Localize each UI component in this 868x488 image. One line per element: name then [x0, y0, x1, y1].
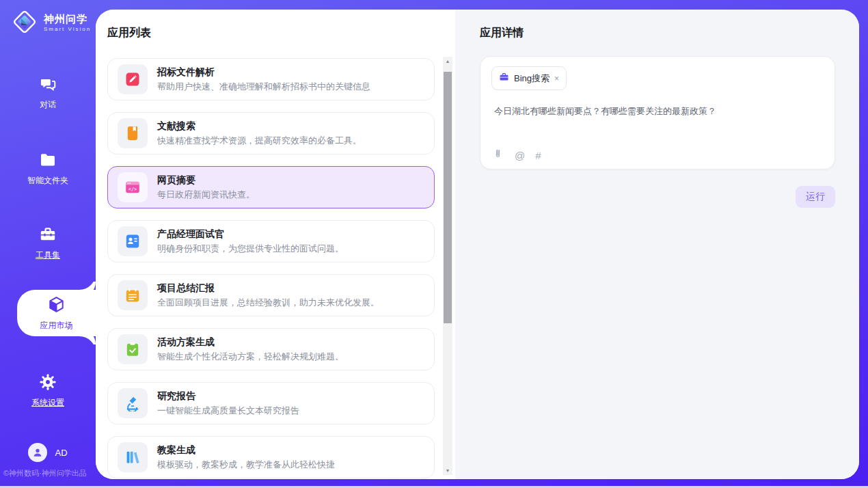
app-card-texts: 项目总结汇报全面回顾项目进展，总结经验教训，助力未来优化发展。 [157, 282, 379, 309]
app-name: 项目总结汇报 [157, 282, 379, 295]
interview-icon [118, 226, 148, 256]
app-card-texts: 活动方案生成智能生成个性化活动方案，轻松解决规划难题。 [157, 336, 344, 363]
sidebar-item-label: 对话 [40, 99, 56, 111]
app-description: 帮助用户快速、准确地理解和解析招标书中的关键信息 [157, 81, 370, 93]
app-name: 文献搜索 [157, 120, 362, 133]
tool-tag-bing[interactable]: Bing搜索 × [491, 66, 567, 90]
sidebar-item-2[interactable]: 智能文件夹 [0, 148, 96, 190]
paperclip-icon[interactable] [494, 148, 504, 162]
folder-icon [39, 151, 57, 172]
sidebar-item-label: 智能文件夹 [27, 175, 68, 187]
app-card-texts: 研究报告一键智能生成高质量长文本研究报告 [157, 390, 299, 417]
app-card-1[interactable]: 招标文件解析帮助用户快速、准确地理解和解析招标书中的关键信息 [107, 58, 435, 100]
web-code-icon: </> [118, 172, 148, 202]
sidebar-item-3[interactable]: 工具集 [0, 222, 96, 265]
app-card-7[interactable]: 研究报告一键智能生成高质量长文本研究报告 [107, 382, 435, 424]
app-list-title: 应用列表 [107, 26, 151, 40]
scrollbar-up-arrow[interactable]: ▲ [443, 57, 452, 66]
app-detail-panel: 应用详情 Bing搜索 × 今日湖北有哪些新闻要点？有哪些需要关注的最新政策？ … [455, 10, 859, 479]
app-card-2[interactable]: 文献搜索快速精准查找学术资源，提高研究效率的必备工具。 [107, 112, 435, 154]
sidebar-item-label: 应用市场 [40, 320, 73, 331]
app-card-texts: 网页摘要每日政府新闻资讯快查。 [157, 174, 255, 201]
chat-icon [39, 75, 57, 96]
scrollbar-down-arrow[interactable]: ▼ [443, 466, 452, 475]
run-button[interactable]: 运行 [796, 186, 835, 208]
app-card-texts: 招标文件解析帮助用户快速、准确地理解和解析招标书中的关键信息 [157, 66, 370, 93]
toolbox-icon [39, 226, 57, 246]
app-card-texts: 文献搜索快速精准查找学术资源，提高研究效率的必备工具。 [157, 120, 362, 147]
microscope-icon [118, 388, 148, 418]
app-name: 产品经理面试官 [157, 228, 344, 241]
prompt-input[interactable]: 今日湖北有哪些新闻要点？有哪些需要关注的最新政策？ [494, 105, 821, 118]
main-window: 应用列表 招标文件解析帮助用户快速、准确地理解和解析招标书中的关键信息文献搜索快… [96, 10, 859, 479]
app-card-texts: 教案生成模板驱动，教案秒成，教学准备从此轻松快捷 [157, 444, 335, 471]
app-card-3[interactable]: </>网页摘要每日政府新闻资讯快查。 [107, 166, 435, 208]
app-detail-title: 应用详情 [480, 26, 835, 40]
brand-name: 神州问学 [44, 14, 91, 25]
app-card-list: 招标文件解析帮助用户快速、准确地理解和解析招标书中的关键信息文献搜索快速精准查找… [107, 58, 435, 479]
hash-icon[interactable]: # [535, 150, 541, 161]
cube-icon [47, 295, 66, 316]
app-name: 招标文件解析 [157, 66, 370, 79]
app-description: 明确身份和职责，为您提供专业性的面试问题。 [157, 243, 344, 255]
app-card-6[interactable]: 活动方案生成智能生成个性化活动方案，轻松解决规划难题。 [107, 328, 435, 370]
attachment-toolbar: @ # [494, 148, 541, 162]
avatar[interactable] [28, 443, 47, 462]
book-icon [118, 118, 148, 148]
brand-tagline: Smart Vision [44, 27, 91, 33]
calendar-icon [118, 280, 148, 310]
user-row[interactable]: AD [0, 443, 96, 462]
edit-doc-icon [118, 64, 148, 94]
sidebar-item-1[interactable]: 对话 [0, 72, 96, 114]
app-name: 研究报告 [157, 390, 299, 403]
clipboard-check-icon [118, 334, 148, 364]
sidebar-item-label: 系统设置 [31, 397, 64, 409]
svg-text:</>: </> [128, 187, 137, 192]
app-card-texts: 产品经理面试官明确身份和职责，为您提供专业性的面试问题。 [157, 228, 344, 255]
app-description: 全面回顾项目进展，总结经验教训，助力未来优化发展。 [157, 297, 379, 309]
app-name: 教案生成 [157, 444, 335, 457]
list-scrollbar[interactable]: ▲ ▼ [443, 57, 452, 475]
books-icon [118, 442, 148, 472]
app-description: 每日政府新闻资讯快查。 [157, 189, 255, 201]
copyright-text: ©神州数码·神州问学出品 [3, 468, 96, 478]
sidebar-item-label: 工具集 [36, 249, 60, 261]
sidebar-item-5[interactable]: 系统设置 [0, 370, 96, 412]
app-description: 一键智能生成高质量长文本研究报告 [157, 405, 299, 417]
app-list-panel: 应用列表 招标文件解析帮助用户快速、准确地理解和解析招标书中的关键信息文献搜索快… [96, 10, 455, 479]
user-initials: AD [55, 448, 67, 458]
briefcase-icon [499, 72, 509, 85]
app-card-8[interactable]: 教案生成模板驱动，教案秒成，教学准备从此轻松快捷 [107, 436, 435, 478]
app-name: 活动方案生成 [157, 336, 344, 349]
gear-icon [39, 373, 57, 394]
prompt-card: Bing搜索 × 今日湖北有哪些新闻要点？有哪些需要关注的最新政策？ @ # [480, 56, 835, 170]
tool-tag-remove-icon[interactable]: × [554, 74, 559, 83]
at-icon[interactable]: @ [515, 150, 525, 161]
brand-diamond-icon [11, 8, 38, 38]
scrollbar-thumb[interactable] [444, 72, 452, 323]
app-name: 网页摘要 [157, 174, 255, 187]
tool-tag-label: Bing搜索 [514, 72, 550, 85]
app-card-4[interactable]: 产品经理面试官明确身份和职责，为您提供专业性的面试问题。 [107, 220, 435, 262]
brand-logo: 神州问学 Smart Vision [11, 8, 91, 38]
sidebar: 神州问学 Smart Vision 对话智能文件夹工具集应用市场系统设置 AD … [0, 0, 96, 488]
app-description: 模板驱动，教案秒成，教学准备从此轻松快捷 [157, 459, 335, 471]
app-description: 快速精准查找学术资源，提高研究效率的必备工具。 [157, 135, 362, 147]
app-card-5[interactable]: 项目总结汇报全面回顾项目进展，总结经验教训，助力未来优化发展。 [107, 274, 435, 316]
app-description: 智能生成个性化活动方案，轻松解决规划难题。 [157, 351, 344, 363]
sidebar-item-4[interactable]: 应用市场 [17, 290, 96, 336]
